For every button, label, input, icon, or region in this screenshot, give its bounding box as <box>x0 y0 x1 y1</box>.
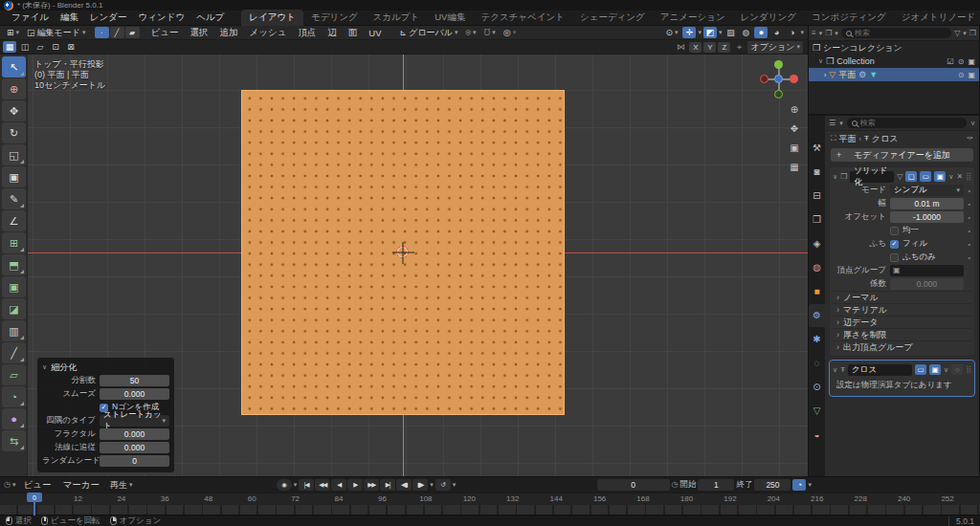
physics-properties-button[interactable]: ◌ <box>951 364 963 375</box>
timeline-editor[interactable]: ◷▾ ビューマーカー 再生▾ ◉ ▾ |◀◀◀◀▶▶▶▶|◀▮▮▶ ▾ ↺ ▾ … <box>0 476 980 515</box>
workspace-tab-コンポジティング[interactable]: コンポジティング <box>804 10 894 26</box>
select-extend-button[interactable]: ◫ <box>18 41 32 53</box>
viewport-menu-3[interactable]: メッシュ <box>243 27 292 39</box>
proportional-edit-toggle[interactable]: ◎▾ <box>501 27 519 39</box>
workspace-tab-テクスチャペイント[interactable]: テクスチャペイント <box>473 10 572 26</box>
outliner-editor-icon[interactable]: ≡ <box>812 30 816 37</box>
tool-tweak-select[interactable]: ↖ <box>2 56 26 77</box>
outliner-search-input[interactable]: 検索 <box>841 28 951 38</box>
next-frame-button[interactable]: ▮▶ <box>412 479 428 491</box>
workspace-tab-レンダリング[interactable]: レンダリング <box>733 10 804 26</box>
drag-handle-icon[interactable]: ⣿ <box>966 173 971 181</box>
properties-tab-physics[interactable]: ◌ <box>809 352 825 375</box>
visibility-filter-button[interactable]: ⊙▾ <box>662 27 680 39</box>
pan-hand-icon[interactable]: ✥ <box>788 121 801 135</box>
menu-0[interactable]: ファイル <box>6 11 55 24</box>
field-分割数[interactable]: 50 <box>100 375 169 386</box>
timeline-track-area[interactable] <box>0 505 980 515</box>
playback-menu[interactable]: 再生▾ <box>107 479 136 492</box>
viewport-menu-7[interactable]: UV <box>363 28 387 38</box>
viewport-menu-0[interactable]: ビュー <box>145 27 185 39</box>
pivot-point-button[interactable]: ⌾▾ <box>462 27 479 39</box>
workspace-tab-UV編集[interactable]: UV編集 <box>427 10 473 26</box>
select-intersect-button[interactable]: ⊠ <box>64 41 78 53</box>
workspace-tab-ジオメトリノード[interactable]: ジオメトリノード <box>894 10 980 26</box>
jump-to-end-button[interactable]: ▶| <box>380 479 395 491</box>
collapse-icon[interactable]: ∨ <box>833 366 837 374</box>
tool-smooth[interactable]: ● <box>2 408 26 429</box>
filter-icon[interactable]: ▽ <box>954 30 960 37</box>
axis-y-negative[interactable] <box>774 90 783 99</box>
gizmo-toggle[interactable]: ✛ <box>682 27 696 38</box>
tool-poly-build[interactable]: ▱ <box>2 364 26 385</box>
tool-extrude[interactable]: ⬒ <box>2 254 26 275</box>
dropdown-四隅のタイプ[interactable]: ストレートカット▾ <box>100 415 169 427</box>
select-subtract-button[interactable]: ▱ <box>33 41 47 53</box>
tool-bevel[interactable]: ◪ <box>2 298 26 319</box>
viewport-menu-5[interactable]: 辺 <box>322 27 343 39</box>
edge-select-button[interactable]: ╱ <box>110 27 124 38</box>
viewport-menu-6[interactable]: 面 <box>343 27 364 39</box>
vertex-group-filter-icon[interactable]: ▽ <box>897 173 902 181</box>
pin-icon[interactable]: ✑ <box>967 135 973 142</box>
tool-knife[interactable]: ╱ <box>2 342 26 363</box>
select-invert-button[interactable]: ⊡ <box>49 41 62 53</box>
axis-x-positive[interactable] <box>790 75 798 83</box>
modifier-name-field[interactable]: ソリッド化 <box>850 171 894 183</box>
collapse-icon[interactable]: ∨ <box>833 173 837 181</box>
jump-next-keyframe-button[interactable]: ▶▶ <box>364 479 379 491</box>
hide-eye-icon[interactable]: ⊙ <box>958 57 965 66</box>
tool-annotate[interactable]: ✎ <box>2 188 26 209</box>
render-display-toggle[interactable]: ▣ <box>929 364 941 375</box>
display-mode-icon[interactable]: ❒ <box>825 30 832 37</box>
render-display-toggle[interactable]: ▣ <box>934 171 946 182</box>
properties-editor-icon[interactable]: ☰ <box>829 120 835 127</box>
checkbox-フィル[interactable]: ✓フィル <box>890 238 964 250</box>
realtime-display-toggle[interactable]: ▭ <box>920 171 931 182</box>
options-dropdown[interactable]: オプション▾ <box>747 41 803 54</box>
properties-tab-modifiers[interactable]: ⚙ <box>809 304 825 327</box>
editor-type-button[interactable]: ⊞▾ <box>4 27 22 39</box>
expand-icon[interactable]: › <box>824 72 826 78</box>
outliner-row-plane[interactable]: › ▽ 平面 ⚙ ▼ ⊙ ▣ <box>809 68 979 81</box>
properties-tab-object[interactable]: ■ <box>809 280 825 303</box>
outliner-row-collection[interactable]: ∨ ❒ Collection ☑ ⊙ ▣ <box>809 55 979 68</box>
field-オフセット[interactable]: -1.0000 <box>890 211 964 223</box>
auto-keying-toggle[interactable]: ◉ <box>277 479 292 491</box>
select-set-button[interactable]: ▦ <box>3 41 16 53</box>
navigation-gizmo[interactable] <box>760 60 798 99</box>
field-スムーズ[interactable]: 0.000 <box>100 388 169 400</box>
jump-prev-keyframe-button[interactable]: ◀◀ <box>315 479 330 491</box>
play-reverse-button[interactable]: ◀ <box>331 479 346 491</box>
breadcrumb-modifier[interactable]: クロス <box>872 133 899 145</box>
editmode-display-toggle[interactable]: ▢ <box>905 171 917 182</box>
dropdown-モード[interactable]: シンプル▾ <box>890 185 964 196</box>
mirror-y-toggle[interactable]: Y <box>703 42 716 53</box>
rendered-shading-button[interactable]: ◑ <box>785 27 798 38</box>
axis-x-negative[interactable] <box>760 75 768 83</box>
axis-z-view[interactable] <box>774 75 783 83</box>
keying-set-button[interactable]: ◔ <box>792 479 806 491</box>
tool-spin[interactable]: ◔ <box>2 386 26 407</box>
snap-toggle[interactable]: ℧▾ <box>480 27 498 39</box>
field-フラクタル[interactable]: 0.000 <box>100 428 169 440</box>
vertex-select-button[interactable]: ∙ <box>95 27 109 38</box>
properties-tab-output[interactable]: ⊟ <box>809 185 825 208</box>
camera-view-icon[interactable]: ▣ <box>788 141 801 154</box>
mode-selector[interactable]: ◲ 編集モード▾ <box>24 27 88 39</box>
collapse-icon[interactable]: ∨ <box>42 363 47 371</box>
field-係数[interactable]: 0.000 <box>890 278 964 290</box>
transform-orientation[interactable]: ⊾ グローバル▾ <box>397 27 461 39</box>
properties-tab-object-data[interactable]: ▽ <box>809 400 825 423</box>
properties-tab-constraints[interactable]: ⊙ <box>809 376 825 399</box>
expand-icon[interactable]: ∨ <box>818 57 823 65</box>
subpanel-辺データ[interactable]: ›辺データ <box>833 316 971 328</box>
properties-tab-world[interactable]: ◍ <box>809 256 825 279</box>
current-frame-field[interactable]: 0 <box>597 479 670 491</box>
viewport-menu-1[interactable]: 選択 <box>184 27 213 39</box>
tool-edge-slide[interactable]: ⇆ <box>2 430 26 451</box>
jump-to-start-button[interactable]: |◀ <box>299 479 314 491</box>
options-icon[interactable]: ∨ <box>970 120 975 127</box>
field-ランダムシード[interactable]: 0 <box>100 455 169 467</box>
properties-tab-view-layer[interactable]: ❐ <box>809 208 825 231</box>
